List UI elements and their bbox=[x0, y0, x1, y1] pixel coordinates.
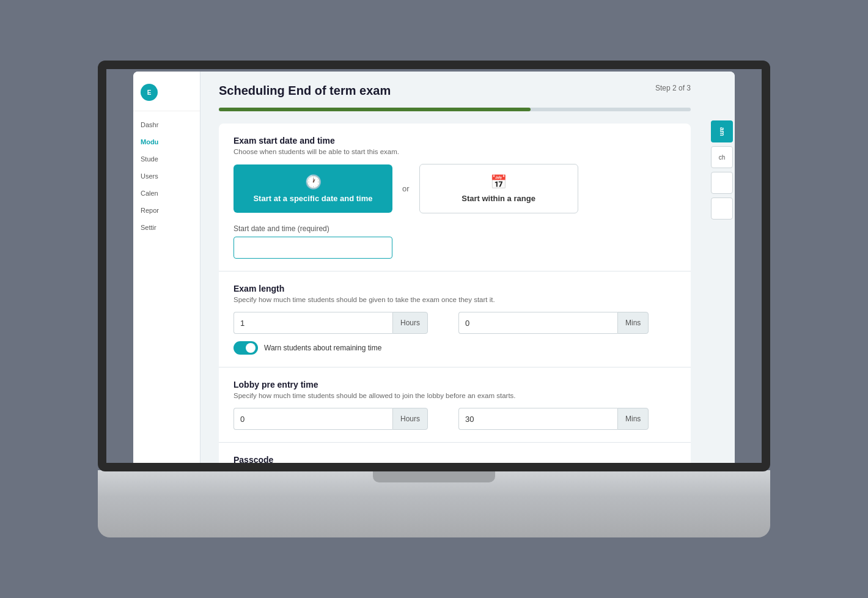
exam-length-desc: Specify how much time students should be… bbox=[234, 296, 676, 303]
exam-length-section: Exam length Specify how much time studen… bbox=[219, 271, 691, 367]
right-panel: am ch bbox=[709, 72, 735, 471]
mins-input[interactable] bbox=[458, 312, 617, 334]
warn-toggle[interactable] bbox=[234, 341, 258, 355]
exam-start-title: Exam start date and time bbox=[234, 136, 676, 146]
hours-input[interactable] bbox=[234, 312, 392, 334]
hours-label: Hours bbox=[392, 312, 428, 334]
sidebar-item-users[interactable]: Users bbox=[133, 168, 200, 185]
side-btn-3[interactable] bbox=[711, 172, 733, 194]
sidebar-item-repor[interactable]: Repor bbox=[133, 202, 200, 219]
lobby-desc: Specify how much time students should be… bbox=[234, 392, 676, 399]
start-type-row: 🕐 Start at a specific date and time or 📅… bbox=[234, 164, 676, 213]
start-field-label: Start date and time (required) bbox=[234, 224, 676, 233]
exam-start-desc: Choose when students will be able to sta… bbox=[234, 148, 676, 155]
btn-start-specific[interactable]: 🕐 Start at a specific date and time bbox=[234, 164, 392, 213]
lobby-mins-input[interactable] bbox=[458, 408, 617, 430]
laptop-screen: E Dashr Modu Stude Users Calen Repor bbox=[133, 72, 735, 471]
sidebar: E Dashr Modu Stude Users Calen Repor bbox=[133, 72, 200, 471]
start-date-input[interactable] bbox=[234, 237, 392, 259]
hours-group: Hours bbox=[234, 312, 428, 334]
mins-group: Mins bbox=[458, 312, 649, 334]
logo-icon: E bbox=[141, 84, 158, 101]
sidebar-item-settir[interactable]: Settir bbox=[133, 219, 200, 236]
exam-start-section: Exam start date and time Choose when stu… bbox=[219, 124, 691, 271]
laptop-wrapper: E Dashr Modu Stude Users Calen Repor bbox=[98, 61, 770, 537]
btn-range-label: Start within a range bbox=[462, 194, 535, 203]
form-wrapper: Exam start date and time Choose when stu… bbox=[219, 124, 691, 471]
main-content: Scheduling End of term exam Step 2 of 3 … bbox=[200, 72, 709, 471]
passcode-title: Passcode bbox=[234, 455, 676, 465]
btn-start-range[interactable]: 📅 Start within a range bbox=[419, 164, 578, 213]
sidebar-item-stude[interactable]: Stude bbox=[133, 150, 200, 168]
lobby-hours-input[interactable] bbox=[234, 408, 392, 430]
warn-toggle-label: Warn students about remaining time bbox=[264, 344, 381, 352]
clock-icon: 🕐 bbox=[305, 174, 322, 190]
btn-specific-label: Start at a specific date and time bbox=[253, 194, 372, 203]
side-btn-2[interactable]: ch bbox=[711, 146, 733, 168]
sidebar-item-modu[interactable]: Modu bbox=[133, 133, 200, 150]
lobby-mins-group: Mins bbox=[458, 408, 649, 430]
sidebar-item-calen[interactable]: Calen bbox=[133, 185, 200, 202]
sidebar-logo: E bbox=[133, 79, 200, 111]
lobby-inputs: Hours Mins bbox=[234, 408, 676, 430]
warn-toggle-row: Warn students about remaining time bbox=[234, 341, 676, 355]
lobby-section: Lobby pre entry time Specify how much ti… bbox=[219, 367, 691, 442]
side-btn-4[interactable] bbox=[711, 197, 733, 220]
step-indicator: Step 2 of 3 bbox=[655, 84, 691, 92]
lobby-title: Lobby pre entry time bbox=[234, 380, 676, 389]
lobby-hours-group: Hours bbox=[234, 408, 428, 430]
mins-label: Mins bbox=[617, 312, 649, 334]
laptop-body bbox=[98, 470, 770, 537]
progress-bar-container bbox=[219, 108, 691, 111]
page-header: Scheduling End of term exam Step 2 of 3 bbox=[219, 84, 691, 98]
progress-bar-fill bbox=[219, 108, 531, 111]
exam-length-title: Exam length bbox=[234, 284, 676, 293]
side-btn-1[interactable]: am bbox=[711, 120, 733, 142]
sidebar-item-dash[interactable]: Dashr bbox=[133, 116, 200, 133]
lobby-mins-label: Mins bbox=[617, 408, 649, 430]
exam-length-inputs: Hours Mins bbox=[234, 312, 676, 334]
lobby-hours-label: Hours bbox=[392, 408, 428, 430]
page-title: Scheduling End of term exam bbox=[219, 84, 391, 98]
or-text: or bbox=[402, 184, 410, 193]
passcode-section: Passcode Set a passcode for this exam si… bbox=[219, 443, 691, 471]
calendar-icon: 📅 bbox=[490, 174, 507, 190]
